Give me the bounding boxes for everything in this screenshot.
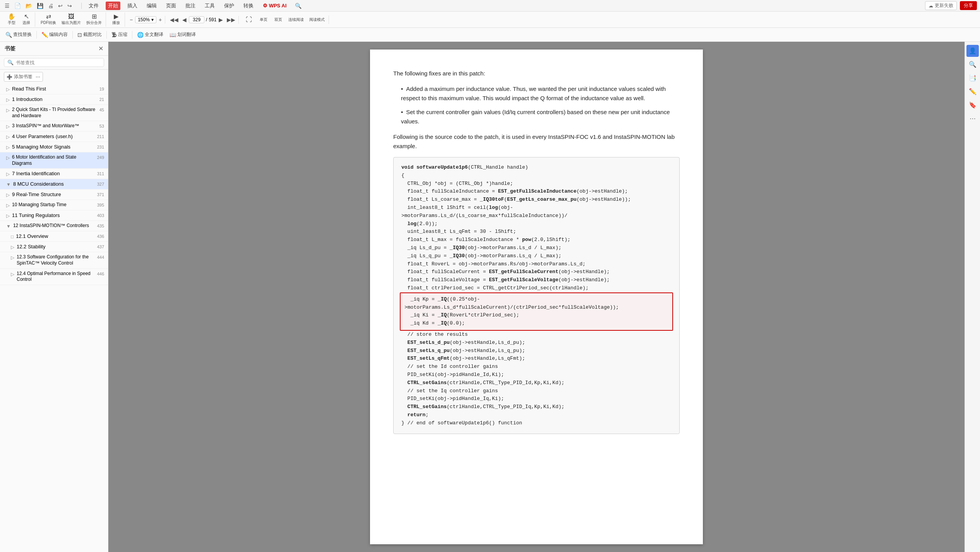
code-line-0: void softwareUpdate1p6(CTRL_Handle handl… bbox=[401, 164, 672, 172]
bookmark-icon-4: ▷ bbox=[6, 124, 10, 129]
code-line-15: _iq Kp = _IQ((0.25*obj->motorParams.Ls_d… bbox=[404, 296, 668, 312]
play-btn[interactable]: ▶ 播放 bbox=[109, 12, 123, 27]
more-icon: ⋯ bbox=[36, 74, 40, 80]
sidebar-item-instaspin-motion[interactable]: ▼ 12 InstaSPIN-MOTION™ Controllers 435 bbox=[0, 221, 108, 231]
compress-btn[interactable]: 🗜 压缩 bbox=[109, 30, 130, 39]
menu-page[interactable]: 页面 bbox=[164, 2, 178, 10]
screenshot-btn[interactable]: ⊡ 截图对比 bbox=[75, 30, 104, 39]
code-line-28: return; bbox=[401, 411, 672, 419]
pdf-area[interactable]: The following fixes are in this patch: A… bbox=[108, 42, 965, 552]
print-icon[interactable]: 🖨 bbox=[46, 2, 55, 10]
zoom-in-btn[interactable]: + bbox=[157, 16, 163, 24]
bookmark-icon-7: ▷ bbox=[6, 155, 10, 161]
code-line-26: PID_setKi(obj->pidHandle_Iq,Ki); bbox=[401, 395, 672, 403]
sidebar-search-area: 🔍 bbox=[0, 56, 108, 70]
select-tool-btn[interactable]: ↖ 选择 bbox=[19, 12, 33, 27]
hamburger-icon[interactable]: ☰ bbox=[3, 2, 11, 10]
sidebar-item-read-this-first[interactable]: ▷ Read This First 19 bbox=[0, 84, 108, 94]
sidebar-item-managing-startup[interactable]: ▷ 10 Managing Startup Time 395 bbox=[0, 200, 108, 210]
pdf-intro: The following fixes are in this patch: bbox=[393, 69, 680, 78]
sidebar-item-mcu[interactable]: ▼ 8 MCU Considerations 327 bbox=[0, 179, 108, 190]
wps-ai-btn[interactable]: ⚙ WPS AI bbox=[260, 2, 289, 9]
continuous-btn[interactable]: 连续阅读 bbox=[286, 15, 306, 24]
hand-tool-btn[interactable]: ✋ 手型 bbox=[5, 12, 19, 27]
sidebar-item-12-3[interactable]: ▷ 12.3 Software Configuration for the Sp… bbox=[0, 252, 108, 268]
zoom-out-btn[interactable]: − bbox=[128, 16, 134, 24]
bookmark-icon: ▷ bbox=[6, 87, 10, 92]
full-translate-btn[interactable]: 🌐 全文翻译 bbox=[135, 30, 166, 39]
share-button[interactable]: 分享 bbox=[960, 1, 977, 10]
split-merge-btn[interactable]: ⊞ 拆分合并 bbox=[84, 12, 104, 27]
code-line-20: EST_setLs_q_pu(obj->estHandle,Ls_q_pu); bbox=[401, 347, 672, 355]
update-button[interactable]: ☁ 更新失败 bbox=[925, 1, 957, 10]
search-right-btn[interactable]: 🔍 bbox=[966, 58, 979, 70]
code-line-8: float_t L_max = fullScaleInductance * po… bbox=[401, 236, 672, 244]
sidebar-item-introduction[interactable]: ▷ 1 Introduction 21 bbox=[0, 94, 108, 105]
code-line-14: float_t ctrlPeriod_sec = CTRL_getCtrlPer… bbox=[401, 284, 672, 292]
menu-convert[interactable]: 转换 bbox=[241, 2, 256, 10]
menu-edit[interactable]: 编辑 bbox=[144, 2, 159, 10]
sidebar-close-btn[interactable]: ✕ bbox=[98, 45, 103, 52]
translate-icon: 🌐 bbox=[137, 32, 144, 38]
divider4 bbox=[132, 31, 132, 39]
single-page-btn[interactable]: 单页 bbox=[257, 15, 271, 24]
menu-start[interactable]: 开始 bbox=[106, 2, 120, 10]
output-img-btn[interactable]: 🖼 输出为图片 bbox=[59, 12, 83, 27]
sub-bookmark-icon-2: ▷ bbox=[11, 244, 14, 250]
sidebar-item-12-2[interactable]: ▷ 12.2 Stability 437 bbox=[0, 242, 108, 252]
bookmark-right-btn[interactable]: 🔖 bbox=[966, 99, 979, 111]
code-line-6: log(2.0)); bbox=[401, 220, 672, 228]
find-replace-icon: 🔍 bbox=[5, 32, 12, 38]
more-right-btn[interactable]: ⋯ bbox=[967, 113, 978, 125]
prev-page-btn[interactable]: ◀ bbox=[181, 16, 188, 24]
undo-icon[interactable]: ↩ bbox=[57, 2, 64, 10]
word-translate-btn[interactable]: 📖 划词翻译 bbox=[167, 30, 198, 39]
search-icon[interactable]: 🔍 bbox=[293, 2, 303, 10]
user-avatar-btn[interactable]: 👤 bbox=[966, 45, 979, 57]
double-page-btn[interactable]: 双页 bbox=[271, 15, 285, 24]
find-replace-btn[interactable]: 🔍 查找替换 bbox=[3, 30, 34, 39]
read-mode-btn[interactable]: 阅读模式 bbox=[307, 15, 327, 24]
code-line-24: CTRL_setGains(ctrlHandle,CTRL_Type_PID_I… bbox=[401, 379, 672, 387]
edit-content-btn[interactable]: ✏️ 编辑内容 bbox=[39, 30, 70, 39]
annotation-btn[interactable]: ✏️ bbox=[966, 85, 979, 97]
menu-comment[interactable]: 批注 bbox=[183, 2, 198, 10]
sidebar-item-tuning[interactable]: ▷ 11 Tuning Regulators 403 bbox=[0, 210, 108, 221]
sidebar-item-inertia[interactable]: ▷ 7 Inertia Identification 311 bbox=[0, 169, 108, 179]
save-icon[interactable]: 💾 bbox=[35, 2, 45, 10]
menu-protect[interactable]: 保护 bbox=[222, 2, 236, 10]
search-input[interactable] bbox=[16, 60, 101, 65]
bookmark-icon-11: ▷ bbox=[6, 213, 10, 219]
sidebar-item-quick-start[interactable]: ▷ 2 Quick Start Kits - TI Provided Softw… bbox=[0, 105, 108, 121]
sidebar-item-12-1[interactable]: □ 12.1 Overview 436 bbox=[0, 231, 108, 242]
next-page-btn[interactable]: ▶ bbox=[217, 16, 224, 24]
add-bookmark-btn[interactable]: ➕ 添加书签 ⋯ bbox=[4, 72, 43, 82]
sub-bookmark-icon-4: ▷ bbox=[11, 272, 14, 277]
sidebar-item-motor-id[interactable]: ▷ 6 Motor Identification and State Diagr… bbox=[0, 152, 108, 169]
fit-page-btn[interactable]: ⛶ bbox=[242, 15, 256, 24]
first-page-btn[interactable]: ◀◀ bbox=[168, 16, 180, 24]
sidebar-item-12-4[interactable]: ▷ 12.4 Optimal Performance in Speed Cont… bbox=[0, 269, 108, 285]
code-line-13: float_t fullScaleVoltage = EST_getFullSc… bbox=[401, 276, 672, 284]
code-line-4: float_t Ls_coarse_max = _IQ30toF(EST_get… bbox=[401, 196, 672, 204]
sidebar-item-managing-motor[interactable]: ▷ 5 Managing Motor Signals 231 bbox=[0, 142, 108, 152]
code-line-27: CTRL_setGains(ctrlHandle,CTRL_Type_PID_I… bbox=[401, 403, 672, 411]
pages-thumb-btn[interactable]: 📑 bbox=[966, 72, 979, 84]
sidebar-item-instaspin[interactable]: ▷ 3 InstaSPIN™ and MotorWare™ 53 bbox=[0, 121, 108, 132]
toolbar: ✋ 手型 ↖ 选择 ⇄ PDF转换 🖼 输出为图片 ⊞ 拆分合并 ▶ 播放 − … bbox=[0, 12, 980, 28]
bullet-1: Added a maximum per inductance value. Th… bbox=[401, 84, 680, 103]
menu-tools[interactable]: 工具 bbox=[202, 2, 217, 10]
pdf-convert-btn[interactable]: ⇄ PDF转换 bbox=[38, 12, 58, 27]
menu-file[interactable]: 文件 bbox=[86, 2, 101, 10]
code-line-23: PID_setKi(obj->pidHandle_Id,Ki); bbox=[401, 371, 672, 379]
zoom-selector[interactable]: 150% ▾ bbox=[135, 16, 156, 23]
sidebar-item-user-params[interactable]: ▷ 4 User Parameters (user.h) 211 bbox=[0, 132, 108, 142]
last-page-btn[interactable]: ▶▶ bbox=[225, 16, 237, 24]
current-page-input[interactable] bbox=[189, 16, 204, 23]
menu-insert[interactable]: 插入 bbox=[125, 2, 140, 10]
open-file-icon[interactable]: 📂 bbox=[24, 2, 34, 10]
new-file-icon[interactable]: 📄 bbox=[13, 2, 22, 10]
redo-icon[interactable]: ↪ bbox=[66, 2, 74, 10]
sidebar: 书签 ✕ 🔍 ➕ 添加书签 ⋯ ▷ Read This First 19 ▷ bbox=[0, 42, 108, 552]
sidebar-item-real-time[interactable]: ▷ 9 Real-Time Structure 371 bbox=[0, 190, 108, 200]
